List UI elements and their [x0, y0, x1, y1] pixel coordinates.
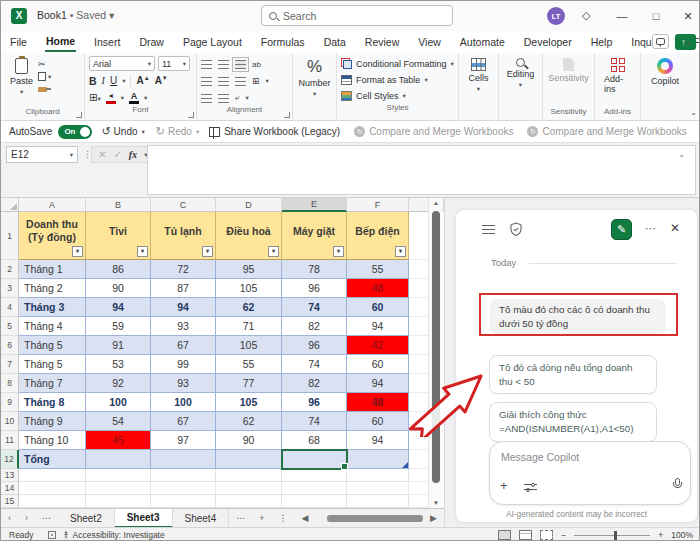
align-top-button[interactable]: [201, 60, 212, 69]
table-cell[interactable]: 67: [151, 336, 216, 355]
row-number[interactable]: 3: [1, 279, 19, 298]
table-header-cell[interactable]: Tủ lạnh▾: [151, 212, 216, 260]
row-number[interactable]: 7: [1, 355, 19, 374]
filter-button[interactable]: ▾: [333, 246, 344, 257]
more-options-button[interactable]: ⋯: [645, 222, 656, 235]
zoom-slider-thumb[interactable]: [614, 531, 617, 540]
mic-button[interactable]: [673, 478, 682, 491]
sheet-tab-sheet2[interactable]: Sheet2: [58, 509, 115, 528]
tab-draw[interactable]: Draw: [138, 33, 165, 51]
borders-button[interactable]: ⊞▾: [89, 92, 101, 103]
table-cell[interactable]: 94: [86, 298, 151, 317]
table-cell[interactable]: 86: [86, 260, 151, 279]
table-cell-label[interactable]: Tháng 10: [19, 431, 86, 450]
font-name-select[interactable]: Arial▾: [89, 56, 155, 71]
filter-button[interactable]: ▾: [137, 246, 148, 257]
row-number[interactable]: 13: [1, 469, 19, 482]
row-number[interactable]: 5: [1, 317, 19, 336]
minimize-button[interactable]: —: [607, 1, 637, 31]
table-cell[interactable]: 53: [86, 355, 151, 374]
font-color-button[interactable]: A: [129, 92, 139, 104]
table-header-cell[interactable]: Doanh thu (Tỷ đồng)▾: [19, 212, 86, 260]
table-cell[interactable]: 55: [347, 260, 409, 279]
tab-formulas[interactable]: Formulas: [260, 33, 306, 51]
empty-cell[interactable]: [216, 482, 282, 495]
column-header-b[interactable]: B: [86, 198, 151, 212]
pane-menu-icon[interactable]: [482, 225, 495, 235]
horizontal-scrollbar[interactable]: [319, 514, 423, 523]
table-cell[interactable]: 72: [151, 260, 216, 279]
sheet-nav-prev[interactable]: ‹: [1, 513, 18, 523]
table-cell[interactable]: 92: [86, 374, 151, 393]
empty-cell[interactable]: [86, 482, 151, 495]
table-cell[interactable]: 78: [282, 260, 347, 279]
accessibility-status[interactable]: Accessibility: Investigate: [73, 530, 165, 540]
add-ins-button[interactable]: Add-ins: [599, 56, 636, 96]
row-number[interactable]: 1: [1, 212, 19, 260]
cells-button[interactable]: Cells ▾: [463, 56, 493, 95]
wrap-text-button[interactable]: ⤶: [235, 93, 239, 103]
empty-cell[interactable]: [282, 469, 347, 482]
row-number[interactable]: 10: [1, 412, 19, 431]
table-cell[interactable]: 95: [216, 260, 282, 279]
share-workbook-button[interactable]: Share Workbook (Legacy): [224, 126, 340, 137]
table-cell[interactable]: 59: [86, 317, 151, 336]
sheet-list-button[interactable]: ⋯: [229, 513, 252, 523]
table-cell[interactable]: 93: [151, 374, 216, 393]
table-cell[interactable]: 62: [216, 412, 282, 431]
table-cell[interactable]: 96: [282, 393, 347, 412]
copilot-button[interactable]: Copilot: [646, 56, 684, 88]
comments-button[interactable]: [652, 34, 669, 49]
conditional-formatting-button[interactable]: Conditional Formatting▾: [341, 56, 454, 71]
table-cell[interactable]: 96: [282, 279, 347, 298]
table-cell[interactable]: 94: [151, 298, 216, 317]
font-size-select[interactable]: 11▾: [158, 56, 190, 71]
sheet-tab-sheet4[interactable]: Sheet4: [173, 509, 230, 528]
ribbon-collapse-button[interactable]: ⌄: [690, 108, 697, 117]
zoom-level[interactable]: 100%: [671, 530, 693, 540]
sheet-list-button[interactable]: ⋯: [35, 513, 58, 523]
table-cell[interactable]: 71: [216, 317, 282, 336]
table-cell[interactable]: 62: [216, 298, 282, 317]
select-all-corner[interactable]: [1, 198, 19, 212]
table-cell[interactable]: 67: [151, 412, 216, 431]
table-cell[interactable]: 74: [282, 355, 347, 374]
row-number[interactable]: 8: [1, 374, 19, 393]
table-cell[interactable]: 90: [216, 431, 282, 450]
row-number[interactable]: 12: [1, 450, 19, 469]
align-middle-button[interactable]: [218, 60, 229, 69]
table-cell[interactable]: 90: [86, 279, 151, 298]
table-cell[interactable]: 54: [86, 412, 151, 431]
italic-button[interactable]: I: [102, 75, 105, 86]
table-cell[interactable]: [151, 450, 216, 469]
zoom-in-button[interactable]: +: [658, 530, 663, 540]
table-cell[interactable]: 68: [282, 431, 347, 450]
zoom-slider[interactable]: [574, 531, 650, 540]
table-cell[interactable]: 74: [282, 298, 347, 317]
table-cell[interactable]: 82: [282, 374, 347, 393]
table-cell[interactable]: 100: [151, 393, 216, 412]
tab-data[interactable]: Data: [323, 33, 347, 51]
table-cell[interactable]: 105: [216, 336, 282, 355]
tab-review[interactable]: Review: [364, 33, 400, 51]
format-painter-button[interactable]: [38, 84, 51, 95]
formula-expand-icon[interactable]: ⌄: [678, 150, 685, 159]
table-cell-label[interactable]: Tháng 2: [19, 279, 86, 298]
table-cell[interactable]: 60: [347, 298, 409, 317]
table-cell-label[interactable]: Tháng 5: [19, 355, 86, 374]
tab-view[interactable]: View: [417, 33, 442, 51]
table-cell-label[interactable]: Tháng 9: [19, 412, 86, 431]
format-as-table-button[interactable]: Format as Table▾: [341, 72, 454, 87]
table-cell[interactable]: 96: [282, 336, 347, 355]
empty-cell[interactable]: [282, 482, 347, 495]
cut-button[interactable]: ✂: [38, 58, 51, 69]
underline-button[interactable]: U: [110, 75, 117, 86]
page-break-view-button[interactable]: [540, 530, 553, 540]
table-header-cell[interactable]: Bếp điện▾: [347, 212, 409, 260]
undo-button[interactable]: Undo: [114, 126, 138, 137]
align-center-button[interactable]: [218, 77, 229, 86]
empty-cell[interactable]: [19, 495, 86, 508]
sheet-menu-button[interactable]: ⋮: [271, 513, 294, 523]
close-pane-button[interactable]: ✕: [670, 221, 680, 235]
table-cell[interactable]: 55: [216, 355, 282, 374]
